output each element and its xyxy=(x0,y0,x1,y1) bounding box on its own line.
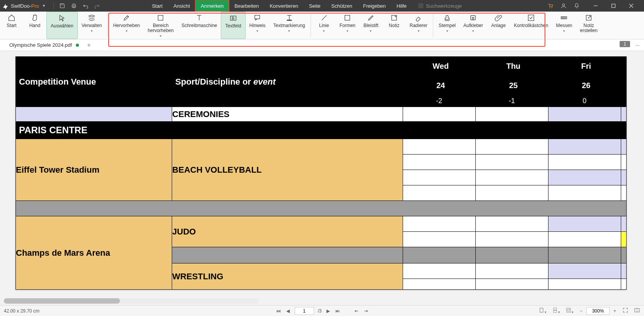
zoom-control: − + xyxy=(579,307,617,315)
undo-icon[interactable] xyxy=(82,3,89,9)
ribbon-stack-button[interactable]: Verwalten▾ xyxy=(78,12,106,39)
zoom-input[interactable] xyxy=(586,307,610,315)
svg-rect-32 xyxy=(567,309,569,311)
redo-icon[interactable] xyxy=(94,3,100,9)
ribbon-textbox-button[interactable]: Textfeld xyxy=(221,12,245,39)
menu-anmerken[interactable]: Anmerken xyxy=(195,0,229,12)
chevron-down-icon: ▾ xyxy=(446,29,448,33)
close-button[interactable] xyxy=(622,0,640,12)
menu-ansicht[interactable]: Ansicht xyxy=(168,0,195,12)
cart-icon[interactable] xyxy=(547,3,553,9)
menu-start[interactable]: Start xyxy=(147,0,168,12)
horizontal-scrollbar[interactable] xyxy=(4,298,259,304)
ribbon-textmark-button[interactable]: Textmarkierung▾ xyxy=(270,12,309,39)
hdr-sport: Sport/Discipline or event xyxy=(172,57,403,107)
ribbon-label: Hinweis xyxy=(249,23,266,28)
svg-point-8 xyxy=(550,7,550,8)
ribbon-sticker-button[interactable]: Aufkleber▾ xyxy=(460,12,487,39)
menu-bearbeiten[interactable]: Bearbeiten xyxy=(229,0,264,12)
ribbon-home-button[interactable]: Start xyxy=(0,12,23,39)
last-page-button[interactable]: ⏭ xyxy=(335,308,341,314)
fullscreen-icon[interactable] xyxy=(622,307,629,314)
venue-champs: Champs de Mars Arena xyxy=(16,216,172,290)
view-continuous-icon[interactable]: ▾ xyxy=(552,307,560,314)
minimize-button[interactable] xyxy=(587,0,605,12)
ribbon-area-button[interactable]: Bereichhervorheben▾ xyxy=(144,12,178,39)
attach-icon xyxy=(494,13,503,22)
menu-seite[interactable]: Seite xyxy=(304,0,326,12)
ribbon-label: Start xyxy=(7,23,16,28)
svg-point-24 xyxy=(473,17,474,18)
section-paris-centre: PARIS CENTRE xyxy=(16,122,627,139)
ribbon-label: Stempel xyxy=(439,23,456,28)
ribbon-pencil-button[interactable]: Bleistift▾ xyxy=(359,12,383,39)
textmark-icon xyxy=(285,13,294,22)
scroll-left-button[interactable]: ⇤ xyxy=(354,308,359,314)
search-placeholder: Suchwerkzeuge xyxy=(426,3,462,9)
titlebar-right xyxy=(543,0,644,12)
svg-point-9 xyxy=(552,7,552,8)
hdr-day-0: Wed xyxy=(403,57,475,76)
document-tab[interactable]: Olympische Spiele 2024.pdf xyxy=(4,39,84,51)
ribbon-label: Aufkleber xyxy=(463,23,483,28)
zoom-in-button[interactable]: + xyxy=(613,308,617,314)
maximize-button[interactable] xyxy=(605,0,622,12)
ribbon-attach-button[interactable]: Anlage xyxy=(487,12,510,39)
zoom-out-button[interactable]: − xyxy=(579,308,583,314)
svg-point-23 xyxy=(472,17,473,18)
main-menu: Start Ansicht Anmerken Bearbeiten Konver… xyxy=(147,0,412,12)
bell-icon[interactable] xyxy=(574,3,580,9)
menu-freigeben[interactable]: Freigeben xyxy=(358,0,391,12)
ribbon-label: Messen xyxy=(556,23,572,28)
chevron-down-icon: ▾ xyxy=(563,29,565,33)
ribbon-note-button[interactable]: Notiz xyxy=(383,12,406,39)
ribbon-highlight-button[interactable]: Hervorheben▾ xyxy=(109,12,143,39)
svg-rect-29 xyxy=(553,308,557,310)
save-icon[interactable] xyxy=(59,3,65,9)
sport-wrestling: WRESTLING xyxy=(172,263,403,290)
area-icon xyxy=(156,13,165,22)
collapse-ribbon-button[interactable]: ︿ xyxy=(635,42,640,48)
page-dimensions: 42.00 x 29.70 cm xyxy=(4,308,39,314)
new-tab-button[interactable]: + xyxy=(84,42,94,49)
ribbon-eraser-button[interactable]: Radierer▾ xyxy=(406,12,431,39)
ribbon-cursor-button[interactable]: Auswählen xyxy=(46,12,78,39)
ribbon-stamp-button[interactable]: Stempel▾ xyxy=(435,12,460,39)
ribbon-measure-button[interactable]: Messen▾ xyxy=(552,12,576,39)
read-mode-icon[interactable] xyxy=(634,307,640,314)
first-page-button[interactable]: ⏮ xyxy=(275,308,282,314)
document-tab-label: Olympische Spiele 2024.pdf xyxy=(9,42,72,48)
menu-konvertieren[interactable]: Konvertieren xyxy=(264,0,304,12)
hdr-day-1: Thu xyxy=(475,57,548,76)
user-icon[interactable] xyxy=(560,3,567,9)
textbox-icon xyxy=(229,14,238,23)
page-input[interactable] xyxy=(294,307,314,315)
line-icon xyxy=(319,13,329,22)
square-icon xyxy=(343,13,352,22)
ribbon-check-button[interactable]: Kontrollkästchen xyxy=(510,12,552,39)
app-menu-dropdown[interactable]: ▼ xyxy=(42,4,46,8)
cursor-icon xyxy=(57,14,67,23)
menu-hilfe[interactable]: Hilfe xyxy=(391,0,412,12)
ribbon-line-button[interactable]: Linie▾ xyxy=(313,12,336,39)
ribbon-hand-button[interactable]: Hand xyxy=(23,12,46,39)
type-icon xyxy=(195,13,204,22)
hdr-day-2: Fri xyxy=(548,57,621,76)
prev-page-button[interactable]: ◀ xyxy=(285,308,290,314)
scroll-right-button[interactable]: ⇥ xyxy=(363,308,369,314)
view-single-icon[interactable]: ▾ xyxy=(538,307,547,314)
ribbon-type-button[interactable]: Schreibmaschine xyxy=(178,12,221,39)
ribbon-newnote-button[interactable]: Notizerstellen xyxy=(576,12,601,39)
document-viewport[interactable]: Competition Venue Sport/Discipline or ev… xyxy=(0,51,644,305)
view-fit-icon[interactable]: ▾ xyxy=(565,307,574,314)
ribbon-label: Notizerstellen xyxy=(580,23,598,33)
page-nav: ⏮ ◀ /3 ▶ ⏭ ⇤ ⇥ xyxy=(275,307,368,315)
ribbon-square-button[interactable]: Formen▾ xyxy=(336,12,359,39)
ribbon-callout-button[interactable]: Hinweis▾ xyxy=(246,12,270,39)
svg-rect-6 xyxy=(419,6,420,8)
menu-schuetzen[interactable]: Schützen xyxy=(326,0,358,12)
print-icon[interactable] xyxy=(71,3,77,9)
search-tools[interactable]: Suchwerkzeuge xyxy=(418,0,462,12)
next-page-button[interactable]: ▶ xyxy=(326,308,331,314)
ribbon-extra-group: Stempel▾Aufkleber▾AnlageKontrollkästchen… xyxy=(435,12,601,39)
